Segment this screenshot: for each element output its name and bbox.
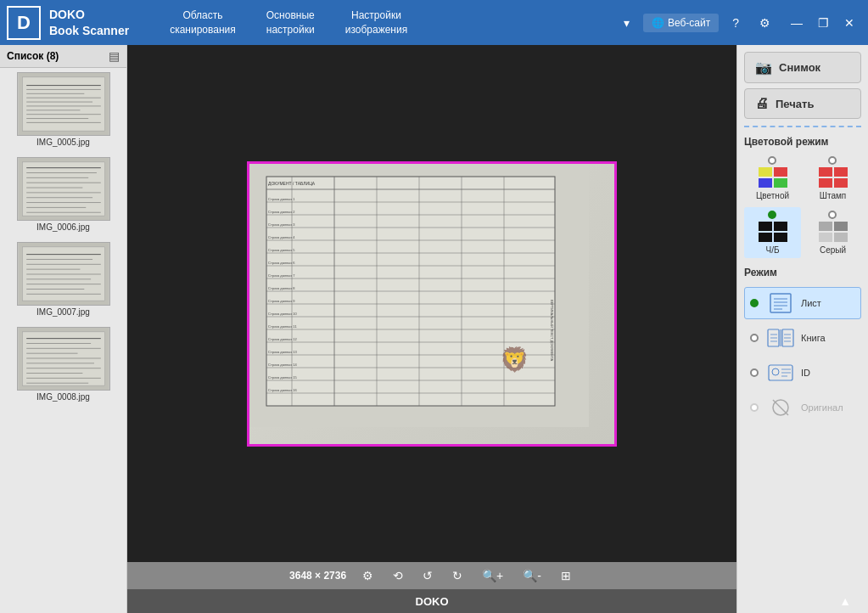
snapshot-label: Снимок [779, 61, 820, 74]
svg-text:Строка данных 12: Строка данных 12 [268, 337, 298, 341]
radio-original [750, 403, 759, 412]
svg-rect-100 [774, 222, 787, 231]
gray-icon [818, 220, 848, 244]
title-bar-controls: ▾ 🌐 Веб-сайт ? ⚙ — ❐ ✕ [617, 13, 861, 33]
radio-id [750, 368, 759, 377]
print-icon: 🖨 [755, 96, 769, 111]
thumbnail-label: IMG_0008.jpg [4, 392, 122, 402]
svg-text:Строка данных 7: Строка данных 7 [268, 273, 295, 278]
nav-image-settings[interactable]: Настройкиизображения [330, 3, 423, 42]
adjust-icon-button[interactable]: ⚙ [359, 567, 377, 584]
svg-text:🦁: 🦁 [500, 346, 529, 374]
scan-image: ДОКУМЕНТ / ТАБЛИЦА Строка данных 1 Строк… [249, 164, 614, 444]
svg-text:Строка данных 5: Строка данных 5 [268, 248, 295, 252]
color-mode-color[interactable]: Цветной [744, 153, 801, 204]
color-icon [758, 166, 788, 189]
image-size: 3648 × 2736 [289, 570, 346, 582]
svg-rect-105 [819, 233, 832, 242]
rotate-right-button[interactable]: ↻ [449, 567, 466, 584]
main-layout: Список (8) ▤ [0, 45, 868, 613]
restore-button[interactable]: ❐ [811, 14, 836, 31]
svg-text:Строка данных 14: Строка данных 14 [268, 363, 298, 367]
color-mode-section-label: Цветовой режим [744, 136, 861, 148]
svg-rect-93 [759, 178, 772, 188]
thumbnail-label: IMG_0007.jpg [4, 307, 122, 317]
dropdown-button[interactable]: ▾ [617, 13, 636, 33]
radio-book [750, 334, 759, 342]
snapshot-button[interactable]: 📷 Снимок [744, 52, 861, 83]
zoom-out-button[interactable]: 🔍- [519, 567, 545, 584]
settings-icon-button[interactable]: ⚙ [753, 13, 777, 33]
mode-original-label: Оригинал [801, 402, 843, 413]
mode-id[interactable]: ID [744, 357, 861, 389]
camera-icon: 📷 [755, 59, 772, 76]
scan-image-container: ДОКУМЕНТ / ТАБЛИЦА Строка данных 1 Строк… [249, 164, 614, 444]
list-item[interactable]: IMG_0008.jpg [4, 327, 122, 402]
nav-scan-area[interactable]: Областьсканирования [154, 3, 251, 42]
id-icon [765, 361, 796, 385]
radio-row [768, 156, 778, 165]
svg-rect-94 [774, 178, 787, 188]
flip-icon-button[interactable]: ⟲ [389, 567, 406, 584]
svg-text:Строка данных 4: Строка данных 4 [268, 235, 295, 239]
close-button[interactable]: ✕ [837, 14, 861, 31]
svg-text:Строка данных 9: Строка данных 9 [268, 299, 295, 303]
image-area[interactable]: ДОКУМЕНТ / ТАБЛИЦА Строка данных 1 Строк… [127, 45, 736, 562]
svg-text:Строка данных 2: Строка данных 2 [268, 210, 295, 214]
right-panel: 📷 Снимок 🖨 Печать Цветовой режим [736, 45, 868, 613]
svg-rect-101 [759, 233, 772, 242]
print-button[interactable]: 🖨 Печать [744, 88, 861, 119]
color-mode-gray-label: Серый [820, 245, 846, 255]
help-button[interactable]: ? [725, 13, 746, 33]
color-mode-gray[interactable]: Серый [804, 207, 861, 258]
svg-rect-98 [834, 178, 848, 188]
app-title: DOKO Book Scanner [49, 7, 129, 37]
mode-sheet[interactable]: Лист [744, 287, 861, 319]
radio-color [768, 156, 776, 165]
svg-text:Строка данных 11: Строка данных 11 [268, 324, 298, 329]
svg-rect-96 [834, 167, 848, 177]
list-title: Список (8) [7, 50, 59, 62]
radio-bw [768, 211, 776, 219]
expand-button[interactable]: ▲ [839, 594, 851, 608]
color-mode-bw[interactable]: Ч/Б [744, 207, 801, 258]
svg-text:Строка данных 8: Строка данных 8 [268, 286, 295, 290]
app-logo: D [7, 6, 41, 40]
print-label: Печать [776, 98, 814, 110]
fit-button[interactable]: ⊞ [557, 567, 574, 584]
radio-stamp [828, 156, 837, 165]
window-controls: — ❐ ✕ [784, 14, 861, 31]
svg-rect-104 [834, 222, 848, 231]
list-item[interactable]: IMG_0007.jpg [4, 242, 122, 317]
bw-icon [758, 220, 788, 244]
radio-row [828, 211, 838, 219]
thumbnail-list: IMG_0005.jpg [0, 68, 126, 613]
radio-sheet [750, 299, 759, 307]
radio-row [828, 156, 838, 165]
mode-grid: Лист Книга [744, 287, 861, 424]
website-button[interactable]: 🌐 Веб-сайт [643, 14, 719, 32]
list-item[interactable]: IMG_0006.jpg [4, 157, 122, 232]
svg-rect-102 [774, 233, 787, 242]
list-view-button[interactable]: ▤ [109, 49, 120, 63]
book-icon [765, 326, 796, 350]
svg-rect-95 [819, 167, 832, 177]
rotate-left-button[interactable]: ↺ [419, 567, 436, 584]
minimize-button[interactable]: — [784, 14, 809, 31]
svg-text:Строка данных 10: Строка данных 10 [268, 312, 298, 316]
globe-icon: 🌐 [652, 17, 664, 29]
left-panel: Список (8) ▤ [0, 45, 127, 613]
color-mode-stamp[interactable]: Штамп [804, 153, 861, 204]
svg-rect-92 [774, 167, 787, 177]
svg-text:Строка данных 6: Строка данных 6 [268, 261, 295, 265]
status-bar: 3648 × 2736 ⚙ ⟲ ↺ ↻ 🔍+ 🔍- ⊞ [127, 562, 736, 589]
mode-original[interactable]: Оригинал [744, 391, 861, 424]
thumbnail-image [17, 327, 110, 391]
mode-id-label: ID [801, 368, 810, 378]
thumbnail-image [17, 242, 110, 306]
mode-book[interactable]: Книга [744, 322, 861, 354]
zoom-in-button[interactable]: 🔍+ [479, 567, 507, 584]
list-item[interactable]: IMG_0005.jpg [4, 72, 122, 147]
nav-basic-settings[interactable]: Основныенастройки [251, 3, 330, 42]
svg-rect-36 [22, 332, 104, 385]
